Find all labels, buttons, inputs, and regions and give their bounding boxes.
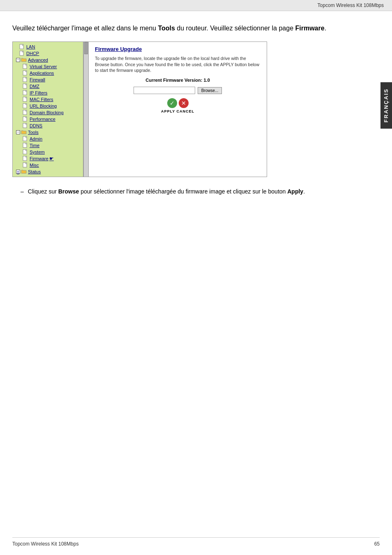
nav-tools-label: Tools bbox=[28, 130, 39, 135]
bullet-text: Cliquez sur Browse pour sélectionner l'i… bbox=[28, 187, 305, 196]
nav-firm-label: Firmware bbox=[30, 156, 48, 161]
doc-icon-admin bbox=[23, 136, 28, 142]
firmware-keyword: Firmware bbox=[295, 25, 325, 32]
nav-dhcp-label: DHCP bbox=[26, 51, 39, 56]
firmware-description: To upgrade the firmware, locate the upgr… bbox=[95, 55, 261, 74]
nav-misc-label: Misc bbox=[30, 163, 39, 168]
nav-scroll: LAN DHCP Adva bbox=[13, 44, 83, 175]
browse-bold: Browse bbox=[58, 188, 79, 195]
doc-icon-ipf bbox=[23, 90, 28, 96]
bullet-text-before: Cliquez sur bbox=[28, 188, 58, 195]
collapse-icon-advanced bbox=[16, 58, 20, 62]
tools-keyword: Tools bbox=[158, 25, 175, 32]
doc-icon-url bbox=[23, 103, 28, 109]
expand-icon-status: + bbox=[16, 170, 20, 174]
bullet-item: – Cliquez sur Browse pour sélectionner l… bbox=[21, 187, 362, 196]
doc-icon-ddns bbox=[23, 123, 28, 129]
content-panel: Firmware Upgrade To upgrade the firmware… bbox=[89, 42, 267, 177]
apply-bold: Apply bbox=[287, 188, 303, 195]
nav-panel: LAN DHCP Adva bbox=[13, 42, 83, 177]
nav-item-ip-filters[interactable]: IP Filters bbox=[13, 90, 83, 96]
browse-button[interactable]: Browse... bbox=[198, 87, 222, 94]
nav-item-firmware[interactable]: Firmware ☛ bbox=[13, 155, 83, 162]
nav-item-advanced[interactable]: Advanced bbox=[13, 57, 83, 63]
nav-item-firewall[interactable]: Firewall bbox=[13, 76, 83, 83]
nav-advanced-label: Advanced bbox=[28, 58, 48, 62]
nav-url-label: URL Blocking bbox=[30, 104, 57, 108]
header-title: Topcom Wireless Kit 108Mbps bbox=[318, 2, 384, 8]
nav-sys-label: System bbox=[30, 150, 45, 154]
footer-left: Topcom Wireless Kit 108Mbps bbox=[12, 541, 78, 547]
folder-icon-advanced bbox=[21, 57, 27, 63]
nav-item-url-blocking[interactable]: URL Blocking bbox=[13, 103, 83, 109]
nav-time-label: Time bbox=[30, 143, 39, 148]
router-ui-screenshot: LAN DHCP Adva bbox=[12, 41, 267, 177]
bullet-section: – Cliquez sur Browse pour sélectionner l… bbox=[12, 187, 362, 196]
nav-vs-label: Virtual Server bbox=[30, 64, 57, 69]
nav-item-admin[interactable]: Admin bbox=[13, 136, 83, 142]
nav-item-time[interactable]: Time bbox=[13, 142, 83, 149]
file-input[interactable] bbox=[134, 87, 195, 94]
browse-row: Browse... bbox=[95, 87, 261, 94]
doc-icon-time bbox=[23, 143, 28, 148]
doc-icon-vs bbox=[23, 64, 28, 69]
nav-status-label: Status bbox=[28, 169, 41, 174]
apply-cancel-icons: ✓ ✕ bbox=[167, 98, 189, 108]
nav-item-virtual-server[interactable]: Virtual Server bbox=[13, 63, 83, 70]
bullet-text-middle: pour sélectionner l'image téléchargée du… bbox=[79, 188, 287, 195]
intro-paragraph: Veuillez télécharger l'image et allez da… bbox=[12, 23, 362, 33]
doc-icon-dhcp bbox=[19, 51, 25, 56]
intro-text-end: . bbox=[325, 25, 326, 32]
nav-mac-label: MAC Filters bbox=[30, 97, 53, 102]
nav-lan-label: LAN bbox=[26, 44, 35, 49]
intro-text-before: Veuillez télécharger l'image et allez da… bbox=[12, 25, 158, 32]
firmware-title: Firmware Upgrade bbox=[95, 46, 261, 52]
nav-item-misc[interactable]: Misc bbox=[13, 162, 83, 168]
nav-perf-label: Performance bbox=[30, 117, 55, 122]
folder-icon-tools bbox=[21, 129, 27, 135]
nav-ipf-label: IP Filters bbox=[30, 90, 47, 95]
nav-item-domain-blocking[interactable]: Domain Blocking bbox=[13, 109, 83, 116]
bullet-dash: – bbox=[21, 187, 24, 196]
apply-cancel-label: APPLY CANCEL bbox=[161, 109, 194, 113]
scrollbar-thumb[interactable] bbox=[84, 42, 88, 54]
nav-admin-label: Admin bbox=[30, 136, 42, 141]
side-tab: FRANÇAIS bbox=[380, 82, 392, 129]
cancel-button[interactable]: ✕ bbox=[179, 98, 189, 108]
cursor-icon: ☛ bbox=[49, 156, 54, 161]
nav-item-applications[interactable]: Applications bbox=[13, 70, 83, 76]
doc-icon-fw bbox=[23, 77, 28, 83]
nav-item-ddns[interactable]: DDNS bbox=[13, 122, 83, 129]
nav-item-dmz[interactable]: DMZ bbox=[13, 83, 83, 90]
nav-ddns-label: DDNS bbox=[30, 123, 42, 128]
doc-icon-perf bbox=[23, 116, 28, 122]
header-bar: Topcom Wireless Kit 108Mbps bbox=[0, 0, 392, 11]
nav-item-system[interactable]: System bbox=[13, 149, 83, 155]
doc-icon bbox=[19, 44, 25, 50]
main-content: Veuillez télécharger l'image et allez da… bbox=[0, 11, 378, 208]
nav-dmz-label: DMZ bbox=[30, 84, 39, 89]
nav-item-status[interactable]: + Status bbox=[13, 168, 83, 175]
nav-db-label: Domain Blocking bbox=[30, 110, 64, 115]
nav-item-tools[interactable]: Tools bbox=[13, 129, 83, 136]
doc-icon-misc bbox=[23, 162, 28, 168]
nav-fw-label: Firewall bbox=[30, 77, 45, 82]
footer-right: 65 bbox=[374, 541, 380, 547]
nav-item-dhcp[interactable]: DHCP bbox=[13, 50, 83, 57]
collapse-icon-tools bbox=[16, 130, 20, 134]
side-tab-label: FRANÇAIS bbox=[383, 88, 389, 122]
doc-icon-dmz bbox=[23, 83, 28, 89]
nav-item-mac-filters[interactable]: MAC Filters bbox=[13, 96, 83, 103]
doc-icon-db bbox=[23, 110, 28, 115]
nav-item-lan[interactable]: LAN bbox=[13, 44, 83, 50]
footer: Topcom Wireless Kit 108Mbps 65 bbox=[12, 537, 380, 547]
apply-button[interactable]: ✓ bbox=[167, 98, 177, 108]
scrollbar-track bbox=[84, 42, 88, 177]
nav-item-performance[interactable]: Performance bbox=[13, 116, 83, 122]
bullet-text-end: . bbox=[303, 188, 305, 195]
nav-scrollbar[interactable] bbox=[83, 42, 88, 177]
current-version: Current Firmware Version: 1.0 bbox=[95, 78, 261, 83]
doc-icon-firm bbox=[23, 156, 28, 161]
doc-icon-sys bbox=[23, 149, 28, 155]
intro-text-middle: du routeur. Veuillez sélectionner la pag… bbox=[175, 25, 295, 32]
